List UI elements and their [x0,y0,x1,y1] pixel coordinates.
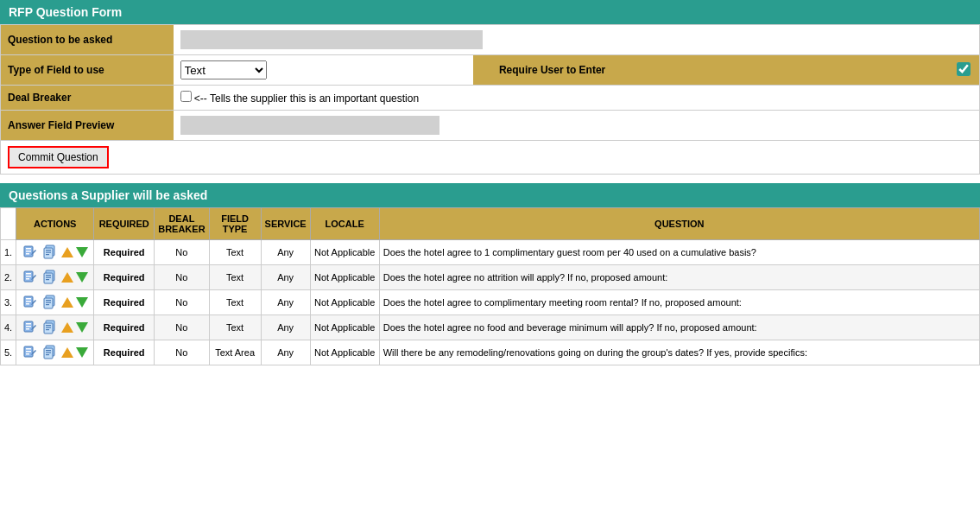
svg-rect-54 [46,354,49,355]
edit-icon[interactable] [22,345,38,360]
svg-rect-25 [26,303,29,305]
row-number: 4. [1,315,16,340]
svg-rect-20 [46,277,51,278]
service-cell: Any [261,290,310,315]
question-cell: Does the hotel agree no attrition will a… [379,265,979,290]
required-cell: Required [94,290,155,315]
deal-breaker-cell: No [155,340,209,365]
svg-rect-9 [46,252,51,253]
question-cell: Does the hotel agree to complimentary me… [379,290,979,315]
svg-rect-3 [26,253,29,255]
move-down-icon[interactable] [76,347,88,358]
deal-breaker-text: <-- Tells the supplier this is an import… [194,92,419,105]
svg-rect-2 [26,251,31,252]
question-row: Question to be asked [1,25,980,55]
actions-cell [16,340,94,365]
table-row: 4. RequiredNoTextAnyNot ApplicableDoes t… [1,315,980,340]
move-down-icon[interactable] [76,272,88,283]
row-number: 1. [1,240,16,265]
svg-rect-31 [46,302,51,303]
svg-rect-43 [46,329,49,330]
svg-rect-14 [26,278,29,280]
answer-preview-input[interactable] [180,116,439,135]
col-header-required: REQUIRED [94,208,155,240]
edit-icon[interactable] [22,270,38,285]
row-number: 3. [1,290,16,315]
deal-breaker-cell: No [155,240,209,265]
col-header-locale: LOCALE [310,208,379,240]
commit-button[interactable]: Commit Question [8,146,109,168]
field-type-cell: Text [209,315,261,340]
svg-rect-19 [46,275,51,276]
field-type-select[interactable]: Text Text Area Yes/No Date Number [180,60,267,79]
required-cell: Required [94,340,155,365]
question-label: Question to be asked [1,25,174,55]
deal-breaker-cell: No [155,265,209,290]
commit-row: Commit Question [1,141,980,175]
table-row: 2. RequiredNoTextAnyNot ApplicableDoes t… [1,265,980,290]
svg-rect-42 [46,327,51,328]
table-header-row: ACTIONS REQUIRED DEALBREAKER FIELDTYPE S… [1,208,980,240]
copy-icon[interactable] [42,295,58,310]
field-type-cell: Text [209,290,261,315]
locale-cell: Not Applicable [310,290,379,315]
copy-icon[interactable] [42,270,58,285]
field-type-cell: Text Area [209,340,261,365]
edit-icon[interactable] [22,295,38,310]
svg-rect-29 [44,298,53,308]
copy-icon[interactable] [42,345,58,360]
svg-rect-52 [46,350,51,351]
move-up-icon[interactable] [61,322,73,333]
question-input[interactable] [180,30,483,49]
svg-rect-1 [26,248,31,250]
svg-rect-51 [44,348,53,359]
move-down-icon[interactable] [76,247,88,257]
answer-preview-row: Answer Field Preview [1,111,980,141]
edit-icon[interactable] [22,320,38,335]
field-type-row: Type of Field to use Text Text Area Yes/… [1,55,980,86]
col-header-dealbreaker: DEALBREAKER [155,208,209,240]
svg-rect-30 [46,300,51,301]
copy-icon[interactable] [42,245,58,260]
service-cell: Any [261,340,310,365]
col-header-question: QUESTION [379,208,979,240]
locale-cell: Not Applicable [310,315,379,340]
move-up-icon[interactable] [61,247,73,257]
copy-icon[interactable] [42,320,58,335]
svg-rect-40 [44,323,53,334]
deal-breaker-cell: No [155,315,209,340]
question-cell: Does the hotel agree no food and beverag… [379,315,979,340]
section-gap [0,175,980,183]
answer-preview-label: Answer Field Preview [1,111,174,141]
move-down-icon[interactable] [76,322,88,333]
svg-rect-45 [26,348,31,350]
col-header-actions: ACTIONS [16,208,94,240]
edit-icon[interactable] [22,245,38,260]
actions-cell [16,265,94,290]
actions-cell [16,290,94,315]
deal-breaker-checkbox[interactable] [180,91,192,102]
col-header-service: SERVICE [261,208,310,240]
form-title: RFP Question Form [0,0,980,24]
locale-cell: Not Applicable [310,240,379,265]
move-up-icon[interactable] [61,297,73,308]
move-up-icon[interactable] [61,347,73,358]
move-up-icon[interactable] [61,272,73,283]
move-down-icon[interactable] [76,297,88,308]
svg-rect-41 [46,325,51,326]
svg-rect-34 [26,323,31,325]
col-header-fieldtype: FIELDTYPE [209,208,261,240]
svg-rect-47 [26,353,29,355]
svg-rect-53 [46,353,51,353]
field-type-cell: Text [209,265,261,290]
row-num-header [1,208,16,240]
svg-rect-36 [26,328,29,330]
deal-breaker-cell: No [155,290,209,315]
locale-cell: Not Applicable [310,265,379,290]
require-checkbox[interactable] [957,62,971,76]
table-row: 1. RequiredNoTextAnyNot ApplicableDoes t… [1,240,980,265]
table-row: 5. RequiredNoText AreaAnyNot ApplicableW… [1,340,980,365]
svg-rect-7 [44,248,53,258]
page-wrapper: RFP Question Form Question to be asked T… [0,0,980,365]
svg-rect-21 [46,279,49,280]
